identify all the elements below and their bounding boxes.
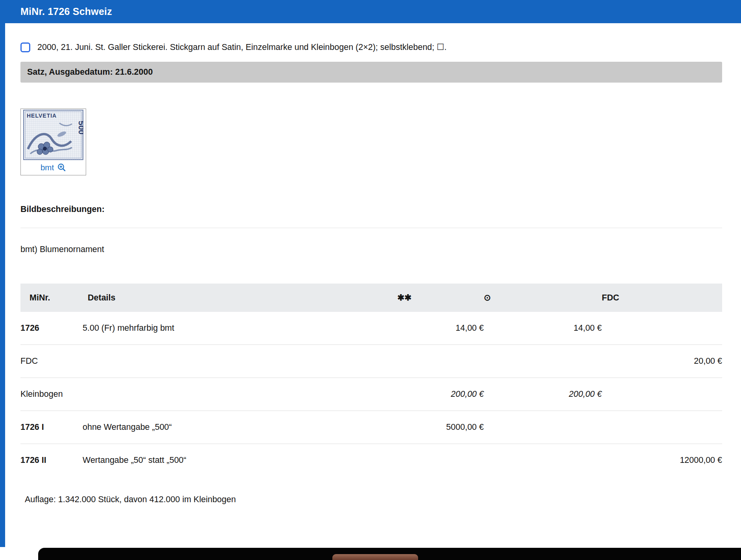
- page-header-bar: MiNr. 1726 Schweiz: [0, 0, 741, 23]
- cell-used: 200,00 €: [484, 378, 602, 411]
- cell-fdc: 12000,00 €: [602, 444, 722, 477]
- cell-mint: [397, 444, 484, 477]
- image-description-entry: bmt) Blumenornament: [20, 245, 722, 254]
- cell-used: 14,00 €: [484, 312, 602, 345]
- bottom-window-edge: [38, 548, 741, 560]
- col-header-details: Details: [83, 284, 397, 312]
- cell-details: Wertangabe „50“ statt „500“: [83, 444, 397, 477]
- col-header-fdc: FDC: [602, 284, 722, 312]
- col-header-mint-symbol: ✱✱: [397, 284, 484, 312]
- price-table-header: MiNr. Details ✱✱ ⊙ FDC: [20, 284, 722, 312]
- bottom-window-accent: [332, 554, 418, 560]
- cell-used: [484, 345, 602, 378]
- cell-fdc: [602, 312, 722, 345]
- col-header-used-symbol: ⊙: [484, 284, 602, 312]
- table-row: FDC 20,00 €: [20, 345, 722, 378]
- issue-description: 2000, 21. Juni. St. Galler Stickerei. St…: [37, 42, 447, 52]
- select-issue-checkbox[interactable]: [20, 42, 30, 52]
- stamp-denomination-text: 500: [77, 121, 83, 134]
- cell-mint: 5000,00 €: [397, 411, 484, 444]
- cell-details: [83, 345, 397, 378]
- cell-fdc: [602, 378, 722, 411]
- cell-minr: Kleinbogen: [20, 378, 83, 411]
- stamp-image[interactable]: HELVETIA 500: [23, 110, 83, 160]
- issue-row: 2000, 21. Juni. St. Galler Stickerei. St…: [20, 42, 722, 52]
- set-issue-date-bar: Satz, Ausgabedatum: 21.6.2000: [20, 62, 722, 83]
- stamp-caption-link[interactable]: bmt: [41, 163, 54, 172]
- cell-mint: 200,00 €: [397, 378, 484, 411]
- cell-minr: 1726 II: [20, 444, 83, 477]
- stamp-caption: bmt: [21, 160, 86, 175]
- cell-used: [484, 411, 602, 444]
- cell-details: 5.00 (Fr) mehrfarbig bmt: [83, 312, 397, 345]
- price-table: MiNr. Details ✱✱ ⊙ FDC 1726 5.00 (Fr) me…: [20, 284, 722, 477]
- magnifier-icon[interactable]: [57, 163, 66, 172]
- page-title: MiNr. 1726 Schweiz: [20, 6, 112, 17]
- main-content: 2000, 21. Juni. St. Galler Stickerei. St…: [0, 42, 741, 505]
- cell-minr: 1726 I: [20, 411, 83, 444]
- catalog-page: MiNr. 1726 Schweiz 2000, 21. Juni. St. G…: [0, 0, 741, 560]
- cell-mint: 14,00 €: [397, 312, 484, 345]
- table-row: 1726 5.00 (Fr) mehrfarbig bmt 14,00 € 14…: [20, 312, 722, 345]
- cell-used: [484, 444, 602, 477]
- cell-fdc: 20,00 €: [602, 345, 722, 378]
- cell-mint: [397, 345, 484, 378]
- divider: [20, 228, 722, 228]
- table-row: Kleinbogen 200,00 € 200,00 €: [20, 378, 722, 411]
- page-left-border: [0, 23, 5, 547]
- cell-minr: 1726: [20, 312, 83, 345]
- cell-details: [83, 378, 397, 411]
- print-run-note: Auflage: 1.342.000 Stück, davon 412.000 …: [20, 495, 722, 505]
- table-row: 1726 I ohne Wertangabe „500“ 5000,00 €: [20, 411, 722, 444]
- stamp-thumbnail-card: HELVETIA 500 bmt: [20, 109, 86, 175]
- cell-fdc: [602, 411, 722, 444]
- stamp-country-text: HELVETIA: [27, 112, 57, 119]
- table-row: 1726 II Wertangabe „50“ statt „500“ 1200…: [20, 444, 722, 477]
- cell-details: ohne Wertangabe „500“: [83, 411, 397, 444]
- col-header-minr: MiNr.: [20, 284, 83, 312]
- cell-minr: FDC: [20, 345, 83, 378]
- image-descriptions-heading: Bildbeschreibungen:: [20, 204, 722, 214]
